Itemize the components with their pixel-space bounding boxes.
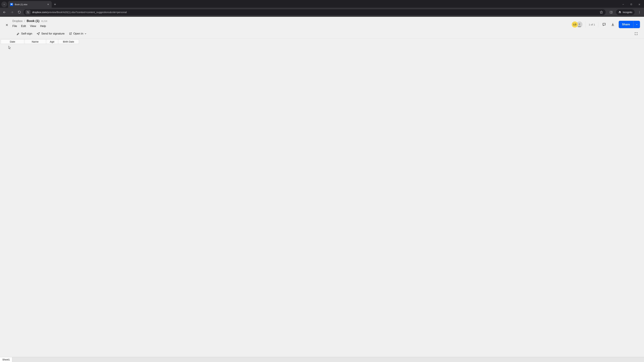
avatar-user[interactable]: LD [572,21,578,27]
arrow-right-icon [10,10,14,14]
tab-close-button[interactable] [46,3,50,6]
maximize-icon [630,3,632,5]
incognito-label: Incognito [623,11,632,13]
chevron-down-icon [84,32,87,35]
menu-help[interactable]: Help [40,24,46,28]
nav-forward-button[interactable] [9,9,15,15]
svg-point-13 [28,12,29,13]
close-icon [5,23,8,26]
spreadsheet-table: Date Name Age Birth Date [1,39,79,44]
preview-header: Dropbox / Book (1) XLSX File Edit View H… [0,17,644,29]
file-name: Book (1) [27,19,40,23]
nav-reload-button[interactable] [16,9,22,15]
window-maximize-button[interactable] [627,1,635,8]
send-signature-button[interactable]: Send for signature [36,32,64,35]
tab-search-wrap [0,1,8,8]
menu-edit[interactable]: Edit [21,24,26,28]
menu-view[interactable]: View [30,24,36,28]
header-left: Dropbox / Book (1) XLSX File Edit View H… [12,19,48,28]
breadcrumb-separator: / [24,19,25,23]
chevron-down-icon [636,23,638,26]
toolbar-right: Incognito [608,9,643,15]
self-sign-label: Self-sign [21,32,32,35]
incognito-icon [618,11,621,14]
share-more-button[interactable] [633,21,640,28]
open-in-label: Open in [73,32,83,35]
side-panel-button[interactable] [608,9,614,15]
column-header[interactable]: Date [1,39,24,44]
comments-button[interactable] [601,22,607,27]
arrow-left-icon [3,10,6,14]
window-close-button[interactable] [635,1,643,8]
comment-icon [602,23,606,26]
column-header[interactable]: Age [46,39,58,44]
more-vertical-icon [638,11,641,14]
incognito-indicator[interactable]: Incognito [616,9,634,15]
divider [586,22,586,27]
window-minimize-button[interactable] [619,1,627,8]
close-icon [47,3,49,5]
share-button-group: Share [619,21,640,28]
svg-point-21 [639,13,640,13]
close-preview-button[interactable] [4,22,10,28]
file-extension: XLSX [41,20,48,22]
fullscreen-icon [634,32,638,35]
share-button[interactable]: Share [619,21,633,28]
bookmark-button[interactable] [599,10,604,14]
url-text: dropbox.com/preview/Book%20(1).xlsx?cont… [32,11,597,13]
file-menu-bar: File Edit View Help [12,24,48,28]
browser-tabstrip: Book (1).xlsx [0,0,644,8]
svg-point-24 [578,23,580,25]
svg-line-28 [70,33,72,34]
browser-tab-active[interactable]: Book (1).xlsx [8,1,52,8]
self-sign-button[interactable]: Self-sign [16,32,32,35]
nav-back-button[interactable] [1,9,8,15]
tab-search-button[interactable] [1,1,7,7]
pen-icon [16,32,20,35]
svg-point-20 [639,12,640,12]
sheet-tab-active[interactable]: Sheet1 [0,357,12,362]
svg-rect-17 [610,11,612,13]
divider [598,22,598,27]
new-tab-button[interactable] [52,1,58,8]
column-header[interactable]: Birth Date [58,39,79,44]
url-path: /preview/Book%20(1).xlsx?context=content… [47,11,127,13]
send-icon [36,32,40,35]
browser-menu-button[interactable] [636,9,643,15]
star-icon [600,10,603,14]
column-header[interactable]: Name [24,39,46,44]
reload-icon [18,10,21,14]
site-settings-icon [27,11,29,13]
avatar-stack[interactable]: LD [572,21,582,27]
address-bar[interactable]: dropbox.com/preview/Book%20(1).xlsx?cont… [24,9,606,15]
svg-rect-5 [631,4,632,5]
browser-tab-title: Book (1).xlsx [15,3,45,6]
close-icon [638,3,640,5]
external-link-icon [69,32,72,35]
svg-point-19 [639,11,640,11]
plus-icon [54,3,56,6]
fullscreen-button[interactable] [633,31,639,36]
download-button[interactable] [610,22,616,27]
url-host: dropbox.com [32,11,47,13]
svg-marker-16 [600,11,602,13]
dropbox-page: Dropbox / Book (1) XLSX File Edit View H… [0,17,644,362]
send-signature-label: Send for signature [41,32,64,35]
chevron-down-icon [3,3,5,5]
table-header-row: Date Name Age Birth Date [1,39,79,44]
spreadsheet-area[interactable]: Date Name Age Birth Date [0,39,644,357]
dropbox-favicon [10,3,13,6]
page-counter: 1 of 1 [589,23,595,26]
breadcrumb: Dropbox / Book (1) XLSX [12,19,48,23]
svg-point-10 [27,11,28,12]
side-panel-icon [610,11,613,14]
menu-file[interactable]: File [12,24,17,28]
site-info-button[interactable] [26,10,30,14]
browser-toolbar: dropbox.com/preview/Book%20(1).xlsx?cont… [0,8,644,17]
window-controls [619,1,644,8]
minimize-icon [622,3,624,5]
open-in-button[interactable]: Open in [69,32,87,35]
sheet-tabs: Sheet1 [0,357,644,362]
header-right: LD 1 of 1 Share [572,21,640,28]
breadcrumb-root[interactable]: Dropbox [12,19,22,23]
